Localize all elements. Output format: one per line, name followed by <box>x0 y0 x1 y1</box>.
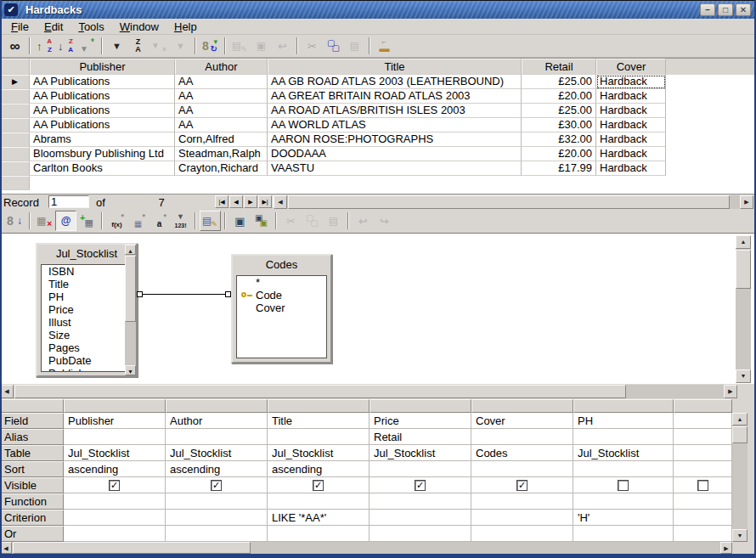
data-cell[interactable]: Hardback <box>596 161 666 176</box>
menu-window[interactable]: Window <box>112 20 166 34</box>
design-cell-function-5[interactable] <box>471 493 573 510</box>
field-item-cover[interactable]: Cover <box>237 302 326 314</box>
data-cell[interactable]: Hardback <box>596 147 666 161</box>
save-icon[interactable]: ▣ <box>229 211 251 231</box>
table-window-jul-stocklist[interactable]: Jul_Stocklist ISBNTitlePHPriceIllustSize… <box>36 243 138 377</box>
run-query-icon[interactable]: 8↓ <box>4 211 25 231</box>
menu-edit[interactable]: Edit <box>37 20 71 34</box>
save-as-icon[interactable]: ▣▣ <box>251 211 272 231</box>
data-cell[interactable]: Hardback <box>596 89 666 104</box>
design-cell-criterion-7[interactable] <box>674 510 732 526</box>
design-cell-table-6[interactable]: Jul_Stocklist <box>573 445 674 461</box>
scrollbar-thumb[interactable] <box>732 426 748 443</box>
design-cell-table-2[interactable]: Jul_Stocklist <box>166 445 268 461</box>
design-cell-table-7[interactable] <box>674 445 732 461</box>
data-cell[interactable]: Carlton Books <box>30 161 175 176</box>
design-grid-vertical-scrollbar[interactable]: ▲ ▼ <box>732 413 748 542</box>
design-cell-sort-5[interactable] <box>471 461 573 477</box>
join-connector[interactable] <box>137 291 143 297</box>
design-cell-visible-3[interactable]: ✓ <box>268 477 370 493</box>
field-item-publisher[interactable]: Publisher <box>42 367 132 372</box>
checkbox-checked[interactable]: ✓ <box>313 480 324 491</box>
relation-pane-vertical-scrollbar[interactable]: ▲ ▼ <box>736 235 751 383</box>
design-cell-criterion-6[interactable]: 'H' <box>573 510 674 526</box>
scroll-down-icon[interactable]: ▼ <box>125 365 136 375</box>
functions-icon[interactable]: *f(x) <box>106 211 127 231</box>
design-column-header[interactable] <box>674 399 732 413</box>
prev-record-button[interactable]: ◀ <box>229 195 243 208</box>
field-item-isbn[interactable]: ISBN <box>42 265 132 278</box>
design-column-header[interactable] <box>64 399 166 413</box>
data-cell[interactable]: Hardback <box>596 75 666 89</box>
add-table-icon[interactable]: ▦+ <box>76 211 98 231</box>
design-view-icon[interactable]: @ <box>55 211 76 231</box>
title-bar[interactable]: ✔ Hardbacks – □ ✕ <box>0 1 756 19</box>
data-cell[interactable]: AA GB ROAD ATLAS 2003 (LEATHERBOUND) <box>268 75 522 89</box>
field-item-price[interactable]: Price <box>42 303 132 316</box>
design-cell-function-2[interactable] <box>166 493 268 510</box>
window-menu-icon[interactable]: ✔ <box>4 3 18 16</box>
data-cell[interactable]: Bloomsbury Publishing Ltd <box>30 147 175 161</box>
scroll-down-icon[interactable]: ▼ <box>732 529 748 542</box>
scroll-left-icon[interactable]: ◀ <box>0 542 12 554</box>
data-cell[interactable]: AA Publications <box>30 104 175 118</box>
data-cell[interactable]: AA ROAD ATLAS/BRITISH ISLES 2003 <box>268 104 522 118</box>
column-header-publisher[interactable]: Publisher <box>30 59 175 75</box>
design-cell-criterion-2[interactable] <box>166 510 268 526</box>
design-cell-function-3[interactable] <box>268 493 370 510</box>
scroll-up-icon[interactable]: ▲ <box>125 245 136 255</box>
design-cell-or-3[interactable] <box>268 526 370 542</box>
design-cell-visible-6[interactable] <box>573 477 674 493</box>
refresh-icon[interactable]: 8▾↻ <box>200 36 221 56</box>
join-connector[interactable] <box>225 291 231 297</box>
sort-order-icon[interactable]: ZA <box>127 36 149 56</box>
scroll-up-icon[interactable]: ▲ <box>736 235 751 249</box>
design-cell-sort-3[interactable]: ascending <box>268 461 370 477</box>
data-cell[interactable]: AA WORLD ATLAS <box>268 118 522 132</box>
scroll-right-icon[interactable]: ▶ <box>724 385 737 398</box>
field-item-ph[interactable]: PH <box>42 290 132 303</box>
design-column-header[interactable] <box>370 399 471 413</box>
relation-pane-horizontal-scrollbar[interactable]: ◀ ▶ <box>0 384 756 399</box>
column-header-cover[interactable]: Cover <box>596 59 666 75</box>
last-record-button[interactable]: ▶| <box>258 195 272 208</box>
design-cell-field-4[interactable]: Price <box>370 413 471 429</box>
row-header[interactable] <box>0 104 30 118</box>
data-cell[interactable]: £20.00 <box>522 89 596 104</box>
data-cell[interactable]: Crayton,Richard <box>175 161 268 176</box>
alias-icon[interactable]: *a <box>149 211 170 231</box>
design-cell-visible-5[interactable]: ✓ <box>471 477 573 493</box>
table-window-title[interactable]: Jul_Stocklist <box>37 245 136 263</box>
first-record-button[interactable]: |◀ <box>215 195 228 208</box>
row-header[interactable] <box>0 132 30 147</box>
checkbox-unchecked[interactable] <box>697 480 708 491</box>
field-item-all[interactable]: * <box>237 276 326 289</box>
row-header[interactable] <box>0 89 30 104</box>
data-cell[interactable]: AA Publications <box>30 118 175 132</box>
design-cell-sort-7[interactable] <box>674 461 732 477</box>
design-cell-visible-4[interactable]: ✓ <box>370 477 471 493</box>
design-cell-function-7[interactable] <box>674 493 732 510</box>
table-window-codes[interactable]: Codes *CodeCover <box>231 254 332 364</box>
data-cell[interactable]: AARON ROSE:PHOTOGRAPHS <box>268 132 522 147</box>
data-cell[interactable]: £25.00 <box>522 104 596 118</box>
distinct-values-icon[interactable]: ▼123! <box>170 211 191 231</box>
design-cell-criterion-3[interactable]: LIKE '*AA*' <box>268 510 370 526</box>
next-record-button[interactable]: ▶ <box>244 195 257 208</box>
data-cell[interactable]: AA GREAT BRITAIN ROAD ATLAS 2003 <box>268 89 522 104</box>
scroll-left-icon[interactable]: ◀ <box>0 385 14 398</box>
window-frame[interactable] <box>0 0 2 558</box>
edit-icon[interactable]: ▤✎ <box>200 211 221 231</box>
design-cell-alias-1[interactable] <box>64 429 166 445</box>
record-number-input[interactable]: 1 <box>48 195 89 208</box>
design-cell-criterion-1[interactable] <box>64 510 166 526</box>
row-header[interactable] <box>0 147 30 161</box>
checkbox-checked[interactable]: ✓ <box>211 480 222 491</box>
design-cell-table-3[interactable]: Jul_Stocklist <box>268 445 370 461</box>
scroll-up-icon[interactable]: ▲ <box>732 413 748 426</box>
design-cell-or-5[interactable] <box>471 526 573 542</box>
design-cell-table-1[interactable]: Jul_Stocklist <box>64 445 166 461</box>
row-header-new[interactable] <box>0 176 30 190</box>
column-header-retail[interactable]: Retail <box>522 59 596 75</box>
table-window-title[interactable]: Codes <box>233 256 330 274</box>
